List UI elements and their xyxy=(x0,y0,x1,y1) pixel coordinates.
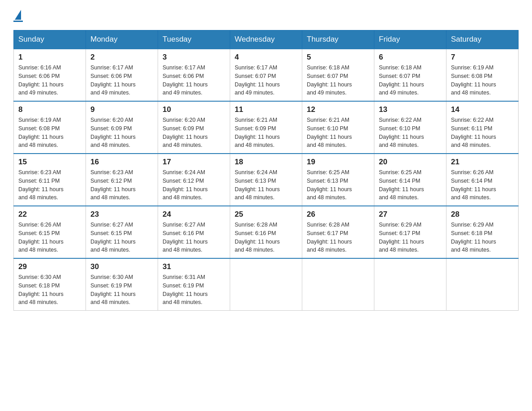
day-info: Sunrise: 6:20 AM Sunset: 6:09 PM Dayligh… xyxy=(163,116,225,150)
calendar-header-monday: Monday xyxy=(86,30,158,49)
calendar-cell: 15 Sunrise: 6:23 AM Sunset: 6:11 PM Dayl… xyxy=(14,154,86,206)
calendar-cell: 25 Sunrise: 6:28 AM Sunset: 6:16 PM Dayl… xyxy=(230,206,302,258)
calendar-cell: 23 Sunrise: 6:27 AM Sunset: 6:15 PM Dayl… xyxy=(86,206,158,258)
day-number: 24 xyxy=(163,210,225,219)
day-number: 20 xyxy=(379,158,442,167)
day-info: Sunrise: 6:29 AM Sunset: 6:17 PM Dayligh… xyxy=(379,221,442,254)
day-number: 10 xyxy=(163,105,225,114)
day-number: 1 xyxy=(18,53,81,62)
day-number: 30 xyxy=(90,262,153,271)
calendar-cell: 9 Sunrise: 6:20 AM Sunset: 6:09 PM Dayli… xyxy=(86,101,158,154)
calendar-cell: 21 Sunrise: 6:26 AM Sunset: 6:14 PM Dayl… xyxy=(446,154,519,206)
day-number: 15 xyxy=(18,158,81,167)
day-number: 22 xyxy=(18,210,81,219)
day-number: 25 xyxy=(235,210,297,219)
calendar-cell: 8 Sunrise: 6:19 AM Sunset: 6:08 PM Dayli… xyxy=(14,101,86,154)
day-number: 27 xyxy=(379,210,442,219)
day-info: Sunrise: 6:22 AM Sunset: 6:10 PM Dayligh… xyxy=(379,116,442,150)
day-number: 17 xyxy=(163,158,225,167)
calendar-week-row-4: 22 Sunrise: 6:26 AM Sunset: 6:15 PM Dayl… xyxy=(14,206,519,258)
calendar-cell: 26 Sunrise: 6:28 AM Sunset: 6:17 PM Dayl… xyxy=(302,206,374,258)
logo-underline xyxy=(13,21,23,22)
day-info: Sunrise: 6:21 AM Sunset: 6:09 PM Dayligh… xyxy=(235,116,297,150)
day-number: 14 xyxy=(451,105,514,114)
day-info: Sunrise: 6:22 AM Sunset: 6:11 PM Dayligh… xyxy=(451,116,514,150)
day-number: 7 xyxy=(451,53,514,62)
calendar-week-row-2: 8 Sunrise: 6:19 AM Sunset: 6:08 PM Dayli… xyxy=(14,101,519,154)
calendar-week-row-5: 29 Sunrise: 6:30 AM Sunset: 6:18 PM Dayl… xyxy=(14,258,519,311)
calendar-header-wednesday: Wednesday xyxy=(230,30,302,49)
calendar-cell: 4 Sunrise: 6:17 AM Sunset: 6:07 PM Dayli… xyxy=(230,49,302,101)
calendar-cell: 18 Sunrise: 6:24 AM Sunset: 6:13 PM Dayl… xyxy=(230,154,302,206)
day-info: Sunrise: 6:17 AM Sunset: 6:07 PM Dayligh… xyxy=(235,64,297,97)
calendar-cell xyxy=(230,258,302,311)
calendar-header-row: SundayMondayTuesdayWednesdayThursdayFrid… xyxy=(14,30,519,49)
day-info: Sunrise: 6:25 AM Sunset: 6:13 PM Dayligh… xyxy=(307,168,369,202)
day-number: 4 xyxy=(235,53,297,62)
day-number: 29 xyxy=(18,262,81,271)
calendar-cell: 6 Sunrise: 6:18 AM Sunset: 6:07 PM Dayli… xyxy=(374,49,446,101)
calendar-cell: 11 Sunrise: 6:21 AM Sunset: 6:09 PM Dayl… xyxy=(230,101,302,154)
day-info: Sunrise: 6:30 AM Sunset: 6:19 PM Dayligh… xyxy=(90,273,153,307)
day-info: Sunrise: 6:16 AM Sunset: 6:06 PM Dayligh… xyxy=(18,64,81,97)
calendar-header-sunday: Sunday xyxy=(14,30,86,49)
day-info: Sunrise: 6:27 AM Sunset: 6:15 PM Dayligh… xyxy=(90,221,153,254)
day-info: Sunrise: 6:17 AM Sunset: 6:06 PM Dayligh… xyxy=(163,64,225,97)
day-info: Sunrise: 6:26 AM Sunset: 6:14 PM Dayligh… xyxy=(451,168,514,202)
calendar-cell: 24 Sunrise: 6:27 AM Sunset: 6:16 PM Dayl… xyxy=(158,206,230,258)
calendar-cell: 13 Sunrise: 6:22 AM Sunset: 6:10 PM Dayl… xyxy=(374,101,446,154)
day-number: 11 xyxy=(235,105,297,114)
calendar-cell: 7 Sunrise: 6:19 AM Sunset: 6:08 PM Dayli… xyxy=(446,49,519,101)
calendar-cell: 12 Sunrise: 6:21 AM Sunset: 6:10 PM Dayl… xyxy=(302,101,374,154)
day-info: Sunrise: 6:17 AM Sunset: 6:06 PM Dayligh… xyxy=(90,64,153,97)
day-info: Sunrise: 6:19 AM Sunset: 6:08 PM Dayligh… xyxy=(18,116,81,150)
day-info: Sunrise: 6:27 AM Sunset: 6:16 PM Dayligh… xyxy=(163,221,225,254)
day-number: 23 xyxy=(90,210,153,219)
day-number: 26 xyxy=(307,210,369,219)
day-number: 5 xyxy=(307,53,369,62)
calendar-cell: 5 Sunrise: 6:18 AM Sunset: 6:07 PM Dayli… xyxy=(302,49,374,101)
calendar-header-saturday: Saturday xyxy=(446,30,519,49)
day-info: Sunrise: 6:25 AM Sunset: 6:14 PM Dayligh… xyxy=(379,168,442,202)
day-number: 21 xyxy=(451,158,514,167)
day-info: Sunrise: 6:28 AM Sunset: 6:16 PM Dayligh… xyxy=(235,221,297,254)
day-number: 13 xyxy=(379,105,442,114)
calendar-cell: 14 Sunrise: 6:22 AM Sunset: 6:11 PM Dayl… xyxy=(446,101,519,154)
day-info: Sunrise: 6:18 AM Sunset: 6:07 PM Dayligh… xyxy=(307,64,369,97)
day-info: Sunrise: 6:24 AM Sunset: 6:12 PM Dayligh… xyxy=(163,168,225,202)
calendar-cell: 30 Sunrise: 6:30 AM Sunset: 6:19 PM Dayl… xyxy=(86,258,158,311)
calendar-cell xyxy=(446,258,519,311)
day-number: 18 xyxy=(235,158,297,167)
logo-triangle-icon xyxy=(15,10,21,20)
page-header xyxy=(13,9,519,22)
day-number: 2 xyxy=(90,53,153,62)
calendar-cell: 20 Sunrise: 6:25 AM Sunset: 6:14 PM Dayl… xyxy=(374,154,446,206)
day-number: 8 xyxy=(18,105,81,114)
calendar-cell: 19 Sunrise: 6:25 AM Sunset: 6:13 PM Dayl… xyxy=(302,154,374,206)
calendar-header-thursday: Thursday xyxy=(302,30,374,49)
calendar-cell: 31 Sunrise: 6:31 AM Sunset: 6:19 PM Dayl… xyxy=(158,258,230,311)
day-info: Sunrise: 6:18 AM Sunset: 6:07 PM Dayligh… xyxy=(379,64,442,97)
day-number: 6 xyxy=(379,53,442,62)
calendar-header-friday: Friday xyxy=(374,30,446,49)
day-number: 19 xyxy=(307,158,369,167)
calendar-cell: 27 Sunrise: 6:29 AM Sunset: 6:17 PM Dayl… xyxy=(374,206,446,258)
day-number: 28 xyxy=(451,210,514,219)
calendar-week-row-3: 15 Sunrise: 6:23 AM Sunset: 6:11 PM Dayl… xyxy=(14,154,519,206)
day-info: Sunrise: 6:30 AM Sunset: 6:18 PM Dayligh… xyxy=(18,273,81,307)
calendar-cell: 29 Sunrise: 6:30 AM Sunset: 6:18 PM Dayl… xyxy=(14,258,86,311)
calendar-cell: 28 Sunrise: 6:29 AM Sunset: 6:18 PM Dayl… xyxy=(446,206,519,258)
day-number: 12 xyxy=(307,105,369,114)
calendar-cell: 16 Sunrise: 6:23 AM Sunset: 6:12 PM Dayl… xyxy=(86,154,158,206)
calendar-cell: 10 Sunrise: 6:20 AM Sunset: 6:09 PM Dayl… xyxy=(158,101,230,154)
calendar-cell: 17 Sunrise: 6:24 AM Sunset: 6:12 PM Dayl… xyxy=(158,154,230,206)
day-info: Sunrise: 6:29 AM Sunset: 6:18 PM Dayligh… xyxy=(451,221,514,254)
calendar-table: SundayMondayTuesdayWednesdayThursdayFrid… xyxy=(13,30,519,311)
day-number: 9 xyxy=(90,105,153,114)
logo xyxy=(13,9,23,22)
calendar-cell: 3 Sunrise: 6:17 AM Sunset: 6:06 PM Dayli… xyxy=(158,49,230,101)
day-info: Sunrise: 6:23 AM Sunset: 6:11 PM Dayligh… xyxy=(18,168,81,202)
day-info: Sunrise: 6:20 AM Sunset: 6:09 PM Dayligh… xyxy=(90,116,153,150)
day-info: Sunrise: 6:19 AM Sunset: 6:08 PM Dayligh… xyxy=(451,64,514,97)
day-number: 3 xyxy=(163,53,225,62)
